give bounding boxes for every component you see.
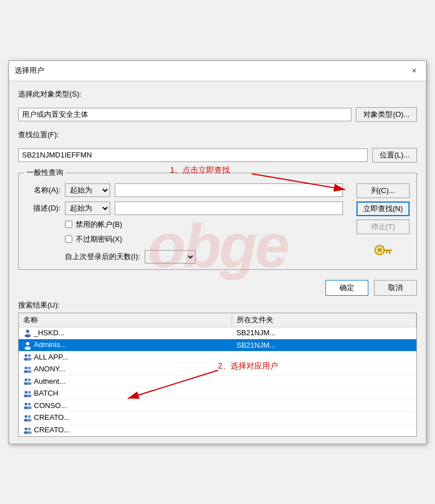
stop-button[interactable]: 停止(T) xyxy=(356,220,410,234)
days-select[interactable] xyxy=(145,250,195,264)
svg-rect-2 xyxy=(383,249,392,251)
table-row[interactable]: CREATO... xyxy=(19,412,416,424)
days-label: 自上次登录后的天数(I): xyxy=(65,252,140,262)
svg-point-33 xyxy=(27,419,32,422)
svg-point-29 xyxy=(27,406,32,409)
result-folder-cell xyxy=(232,351,416,363)
result-name: BATCH xyxy=(34,389,58,397)
result-folder-cell xyxy=(232,412,416,424)
cancel-button[interactable]: 取消 xyxy=(374,280,417,296)
no-expire-row: 不过期密码(X) xyxy=(65,234,343,244)
result-name-cell: Authent... xyxy=(19,375,232,388)
result-name-cell: CONSO... xyxy=(19,400,232,412)
confirm-button[interactable]: 确定 xyxy=(325,280,368,296)
action-buttons-row: 确定 取消 xyxy=(9,275,426,300)
svg-point-6 xyxy=(26,330,29,333)
svg-point-25 xyxy=(27,395,32,397)
object-type-row: 选择此对象类型(S): xyxy=(18,89,417,99)
result-folder-cell xyxy=(232,388,416,400)
key-icon-container xyxy=(356,242,410,262)
result-name: Adminis... xyxy=(34,340,66,349)
user-icon xyxy=(23,341,32,350)
group-icon xyxy=(23,389,32,398)
table-row[interactable]: ALL APP... xyxy=(19,351,416,363)
result-name-cell: CREATO... xyxy=(19,424,232,437)
result-name: CREATO... xyxy=(34,413,70,422)
dialog-title: 选择用户 xyxy=(15,65,44,76)
result-folder-cell xyxy=(232,363,416,376)
table-row[interactable]: Adminis...SB21NJM... xyxy=(19,339,416,352)
object-type-label: 选择此对象类型(S): xyxy=(18,89,81,99)
table-row[interactable]: BATCH xyxy=(19,388,416,400)
result-name: ALL APP... xyxy=(34,353,68,361)
result-name-cell: ALL APP... xyxy=(19,351,232,363)
dialog-body: 选择此对象类型(S): 对象类型(O)... 查找位置(F): 位置(L)...… xyxy=(9,81,426,275)
svg-point-30 xyxy=(25,415,28,418)
results-table: 名称 所在文件夹 _HSKD...SB21NJM... Adminis...SB… xyxy=(19,313,416,437)
days-row: 自上次登录后的天数(I): xyxy=(25,250,343,264)
svg-point-36 xyxy=(28,427,31,430)
result-name: CONSO... xyxy=(34,401,67,410)
svg-point-26 xyxy=(25,403,28,406)
results-table-wrapper[interactable]: 名称 所在文件夹 _HSKD...SB21NJM... Adminis...SB… xyxy=(18,313,417,437)
location-button[interactable]: 位置(L)... xyxy=(372,148,417,163)
group-icon xyxy=(23,377,32,386)
svg-point-12 xyxy=(28,354,31,357)
result-name: CREATO... xyxy=(34,426,70,434)
desc-query-row: 描述(D): 起始为 xyxy=(25,201,343,215)
object-type-input-row: 对象类型(O)... xyxy=(18,107,417,122)
object-type-button[interactable]: 对象类型(O)... xyxy=(356,107,417,122)
svg-point-32 xyxy=(28,415,31,418)
svg-point-10 xyxy=(25,354,28,357)
svg-point-37 xyxy=(27,431,32,434)
name-label: 名称(A): xyxy=(25,185,60,195)
svg-point-28 xyxy=(28,403,31,406)
no-expire-label: 不过期密码(X) xyxy=(76,234,122,244)
title-bar: 选择用户 × xyxy=(9,61,426,81)
table-row[interactable]: ANONY... xyxy=(19,363,416,376)
user-icon xyxy=(23,328,32,338)
result-name: Authent... xyxy=(34,377,66,385)
desc-input[interactable] xyxy=(115,201,343,215)
group-icon xyxy=(23,414,32,423)
location-input[interactable] xyxy=(18,148,368,162)
result-name-cell: BATCH xyxy=(19,388,232,400)
svg-rect-3 xyxy=(389,251,390,254)
no-expire-checkbox[interactable] xyxy=(65,235,72,243)
select-user-dialog: 选择用户 × 选择此对象类型(S): 对象类型(O)... 查找位置(F): 位… xyxy=(8,60,427,444)
results-section: 搜索结果(U): 名称 所在文件夹 _HSKD...SB21NJM... Adm… xyxy=(9,300,426,437)
svg-point-16 xyxy=(28,366,31,369)
location-input-row: 位置(L)... xyxy=(18,148,417,163)
instant-search-button[interactable]: 立即查找(N) xyxy=(356,201,410,216)
column-button[interactable]: 列(C)... xyxy=(356,183,410,198)
desc-select[interactable]: 起始为 xyxy=(65,201,110,215)
disabled-account-checkbox[interactable] xyxy=(65,221,72,228)
col-name: 名称 xyxy=(19,313,232,327)
query-right-buttons: 列(C)... 立即查找(N) 停止(T) xyxy=(356,183,410,262)
query-box: 一般性查询 名称(A): 起始为 描述(D): xyxy=(18,173,417,270)
svg-point-13 xyxy=(27,358,32,361)
svg-point-14 xyxy=(25,366,28,369)
results-header-row: 名称 所在文件夹 xyxy=(19,313,416,327)
key-icon xyxy=(373,242,393,262)
result-name-cell: CREATO... xyxy=(19,412,232,424)
object-type-input[interactable] xyxy=(18,108,351,121)
disabled-account-row: 禁用的帐户(B) xyxy=(65,220,343,230)
col-folder: 所在文件夹 xyxy=(232,313,416,327)
name-select[interactable]: 起始为 xyxy=(65,183,110,197)
table-row[interactable]: _HSKD...SB21NJM... xyxy=(19,327,416,339)
result-folder-cell xyxy=(232,375,416,388)
results-label: 搜索结果(U): xyxy=(18,300,417,310)
location-label-row: 查找位置(F): xyxy=(18,130,417,140)
svg-point-24 xyxy=(28,391,31,393)
location-label: 查找位置(F): xyxy=(18,130,80,140)
table-row[interactable]: Authent... xyxy=(19,375,416,388)
svg-point-20 xyxy=(28,379,31,382)
name-input[interactable] xyxy=(115,183,343,197)
close-button[interactable]: × xyxy=(408,64,420,77)
table-row[interactable]: CREATO... xyxy=(19,424,416,437)
table-row[interactable]: CONSO... xyxy=(19,400,416,412)
result-name-cell: ANONY... xyxy=(19,363,232,376)
result-folder-cell xyxy=(232,400,416,412)
svg-point-9 xyxy=(25,347,31,350)
